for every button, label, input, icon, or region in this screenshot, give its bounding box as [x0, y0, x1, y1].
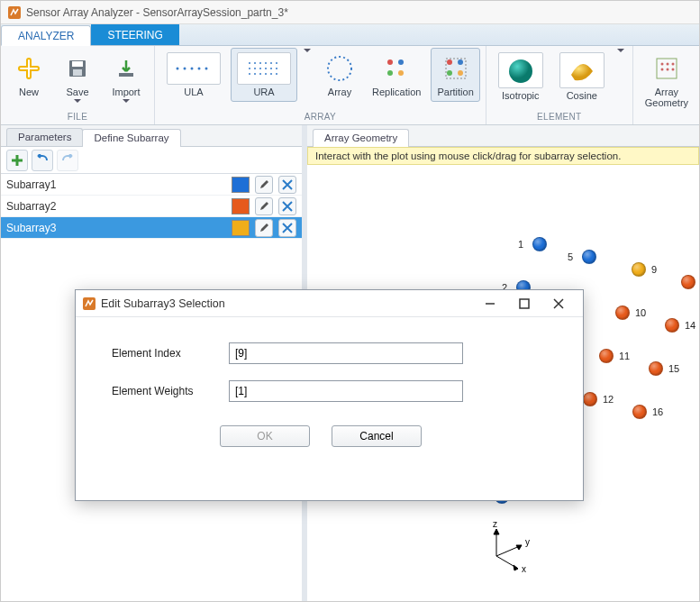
array-gallery-dropdown[interactable]: [301, 48, 314, 54]
delete-subarray-button[interactable]: [278, 219, 296, 237]
element-gallery-dropdown[interactable]: [614, 48, 627, 54]
app-icon: [83, 297, 95, 310]
subarray-toolbar: [1, 147, 302, 174]
svg-point-30: [387, 59, 393, 65]
svg-point-26: [265, 73, 267, 75]
color-swatch: [232, 177, 250, 193]
svg-point-39: [509, 59, 532, 83]
isotropic-icon: [503, 55, 539, 86]
delete-subarray-button[interactable]: [278, 176, 296, 194]
svg-point-41: [660, 63, 663, 66]
ula-button[interactable]: ULA: [160, 48, 227, 102]
window-title: Sensor Array Analyzer - SensorArraySessi…: [26, 6, 288, 19]
svg-point-17: [249, 68, 250, 69]
svg-point-44: [660, 68, 663, 71]
svg-point-15: [270, 62, 272, 64]
subarray-name: Subarray2: [6, 200, 226, 213]
chevron-down-icon: [304, 49, 311, 53]
color-swatch: [232, 198, 250, 214]
tab-steering[interactable]: STEERING: [91, 24, 178, 45]
array-button[interactable]: Array: [317, 48, 362, 102]
redo-icon: [60, 154, 75, 167]
undo-button[interactable]: [32, 150, 53, 171]
app-icon: [8, 6, 21, 19]
chevron-down-icon: [123, 99, 130, 104]
color-swatch: [232, 220, 250, 236]
import-icon: [116, 59, 136, 78]
save-button[interactable]: Save: [55, 48, 100, 108]
geometry-icon: [654, 56, 679, 81]
array-element[interactable]: [665, 318, 679, 333]
delete-subarray-button[interactable]: [278, 197, 296, 215]
svg-point-32: [387, 70, 393, 76]
group-element: Isotropic Cosine ELEMENT: [486, 46, 633, 124]
element-index-input[interactable]: [229, 342, 463, 364]
svg-point-11: [249, 62, 250, 64]
svg-rect-4: [119, 73, 133, 77]
subarray-row[interactable]: Subarray1: [1, 174, 302, 196]
import-button[interactable]: Import: [104, 48, 149, 108]
array-element[interactable]: [582, 250, 596, 264]
svg-point-14: [265, 62, 267, 64]
array-element[interactable]: [632, 262, 646, 277]
new-button[interactable]: New: [6, 48, 51, 102]
edit-subarray-button[interactable]: [255, 176, 273, 194]
ura-icon: [241, 58, 287, 79]
array-element[interactable]: [632, 405, 647, 419]
array-geometry-button[interactable]: Array Geometry: [639, 48, 695, 113]
edit-subarray-dialog: Edit Subarray3 Selection Element Index E…: [75, 289, 584, 501]
plus-icon: [17, 57, 41, 80]
partition-button[interactable]: Partition: [431, 48, 479, 102]
minimize-button[interactable]: [473, 291, 507, 316]
svg-point-6: [184, 68, 186, 70]
save-icon: [68, 59, 87, 78]
tab-analyzer[interactable]: ANALYZER: [1, 25, 91, 46]
svg-point-36: [447, 70, 452, 76]
ok-button[interactable]: OK: [220, 425, 310, 447]
group-plots: Array Geometry 3 Pat: [633, 46, 700, 124]
cancel-button[interactable]: Cancel: [332, 425, 422, 447]
maximize-button[interactable]: [507, 291, 541, 316]
array-element[interactable]: [649, 361, 663, 376]
undo-icon: [35, 154, 50, 167]
element-label: 11: [619, 351, 630, 361]
cosine-button[interactable]: Cosine: [553, 48, 611, 105]
array-element[interactable]: [681, 275, 695, 289]
element-index-label: Element Index: [112, 347, 229, 360]
pencil-icon: [259, 223, 269, 233]
tab-array-geometry[interactable]: Array Geometry: [313, 129, 409, 147]
svg-point-46: [671, 68, 674, 71]
redo-button[interactable]: [57, 150, 78, 171]
replication-button[interactable]: Replication: [366, 48, 427, 102]
svg-point-9: [205, 68, 208, 70]
array-element[interactable]: [583, 392, 597, 406]
chevron-down-icon: [617, 49, 624, 53]
array-element[interactable]: [615, 306, 630, 320]
svg-point-18: [254, 68, 256, 69]
svg-rect-10: [248, 61, 280, 76]
isotropic-button[interactable]: Isotropic: [492, 48, 550, 105]
axes-triad-icon: zyx: [478, 520, 532, 574]
delete-icon: [282, 201, 293, 212]
subarray-row[interactable]: Subarray3: [1, 217, 302, 239]
svg-point-42: [666, 63, 668, 66]
edit-subarray-button[interactable]: [255, 219, 273, 237]
minimize-icon: [485, 298, 495, 309]
svg-point-43: [671, 63, 674, 66]
array-element[interactable]: [599, 349, 614, 363]
ura-button[interactable]: URA: [231, 48, 297, 102]
close-button[interactable]: [541, 291, 576, 316]
dialog-title: Edit Subarray3 Selection: [101, 297, 473, 310]
tab-parameters[interactable]: Parameters: [6, 128, 83, 146]
edit-subarray-button[interactable]: [255, 197, 273, 215]
add-subarray-button[interactable]: [6, 150, 28, 171]
element-label: 15: [668, 363, 679, 374]
svg-point-7: [191, 68, 194, 70]
element-label: 9: [651, 264, 657, 275]
subarray-name: Subarray3: [6, 222, 226, 234]
subarray-row[interactable]: Subarray2: [1, 196, 302, 217]
element-weights-input[interactable]: [229, 380, 463, 402]
tab-define-subarray[interactable]: Define Subarray: [82, 129, 180, 147]
array-element[interactable]: [532, 237, 547, 251]
svg-point-19: [259, 68, 261, 69]
